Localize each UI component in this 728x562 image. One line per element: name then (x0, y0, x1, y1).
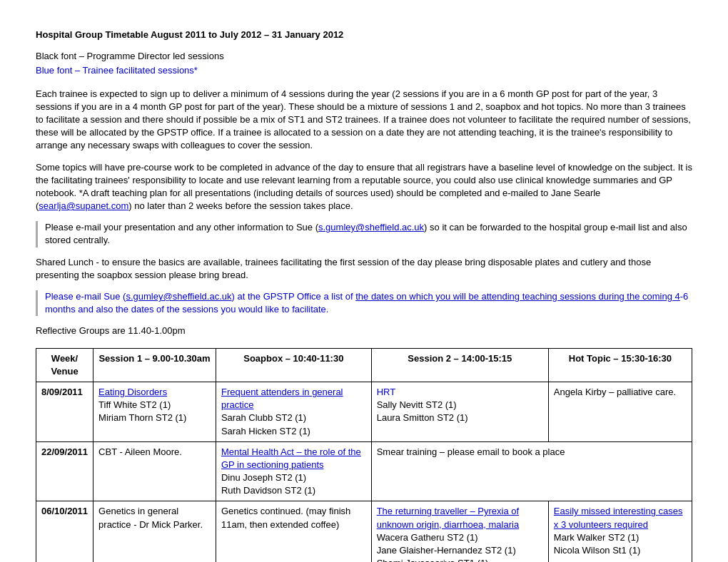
session2-cell: Smear training – please email to book a … (371, 441, 692, 501)
hottopic-cell: Angela Kirby – palliative care. (548, 382, 692, 441)
shared-lunch-note: Shared Lunch - to ensure the basics are … (36, 256, 692, 282)
session1-cell: CBT - Aileen Moore. (93, 441, 216, 501)
session1-cell: Genetics in general practice - Dr Mick P… (93, 501, 216, 562)
reflective-groups: Reflective Groups are 11.40-1.00pm (36, 325, 692, 337)
col-soapbox: Soapbox – 10:40-11:30 (216, 348, 371, 382)
col-session2: Session 2 – 14:00-15:15 (371, 348, 548, 382)
returning-traveller-link[interactable]: The returning traveller – Pyrexia of unk… (377, 506, 519, 529)
sue-email-link1[interactable]: s.gumley@sheffield.ac.uk (318, 222, 424, 233)
email-note-block: Please e-mail Sue (s.gumley@sheffield.ac… (36, 290, 692, 316)
intro-para1: Each trainee is expected to sign up to d… (36, 88, 692, 153)
frequent-attenders-link[interactable]: Frequent attenders in general practice (221, 387, 343, 410)
mental-health-link[interactable]: Mental Health Act – the role of the GP i… (221, 446, 361, 470)
table-row: 22/09/2011 CBT - Aileen Moore. Mental He… (36, 441, 692, 501)
week-cell: 06/10/2011 (36, 501, 93, 562)
soapbox-cell: Frequent attenders in general practice S… (216, 382, 371, 441)
intro-para2: Some topics will have pre-course work to… (36, 161, 692, 213)
col-session1: Session 1 – 9.00-10.30am (93, 348, 216, 382)
session2-cell: HRT Sally Nevitt ST2 (1) Laura Smitton S… (371, 382, 548, 441)
legend-blue: Blue font – Trainee facilitated sessions… (36, 64, 692, 77)
legend-black: Black font – Programme Director led sess… (36, 50, 692, 63)
table-row: 06/10/2011 Genetics in general practice … (36, 501, 692, 562)
soapbox-cell: Genetics continued. (may finish 11am, th… (216, 501, 371, 562)
easily-missed-link[interactable]: Easily missed interesting cases x 3 volu… (554, 506, 683, 529)
searlja-email-link[interactable]: searlja@supanet.com (39, 200, 128, 211)
table-header-row: Week/Venue Session 1 – 9.00-10.30am Soap… (36, 348, 692, 382)
col-hottopic: Hot Topic – 15:30-16:30 (548, 348, 692, 382)
week-cell: 8/09/2011 (36, 382, 93, 441)
teaching-dates-link[interactable]: the dates on which you will be attending… (355, 291, 680, 302)
sue-email-link2[interactable]: s.gumley@sheffield.ac.uk (126, 291, 231, 302)
table-row: 8/09/2011 Eating Disorders Tiff White ST… (36, 382, 692, 441)
timetable: Week/Venue Session 1 – 9.00-10.30am Soap… (36, 348, 692, 562)
soapbox-cell: Mental Health Act – the role of the GP i… (216, 441, 371, 501)
page-title: Hospital Group Timetable August 2011 to … (36, 29, 692, 41)
col-week: Week/Venue (36, 348, 93, 382)
session2-cell: The returning traveller – Pyrexia of unk… (371, 501, 548, 562)
email-info-block: Please e-mail your presentation and any … (36, 221, 692, 247)
session1-cell: Eating Disorders Tiff White ST2 (1) Miri… (93, 382, 216, 441)
eating-disorders-link[interactable]: Eating Disorders (98, 387, 167, 397)
hottopic-cell: Easily missed interesting cases x 3 volu… (548, 501, 692, 562)
week-cell: 22/09/2011 (36, 441, 93, 501)
